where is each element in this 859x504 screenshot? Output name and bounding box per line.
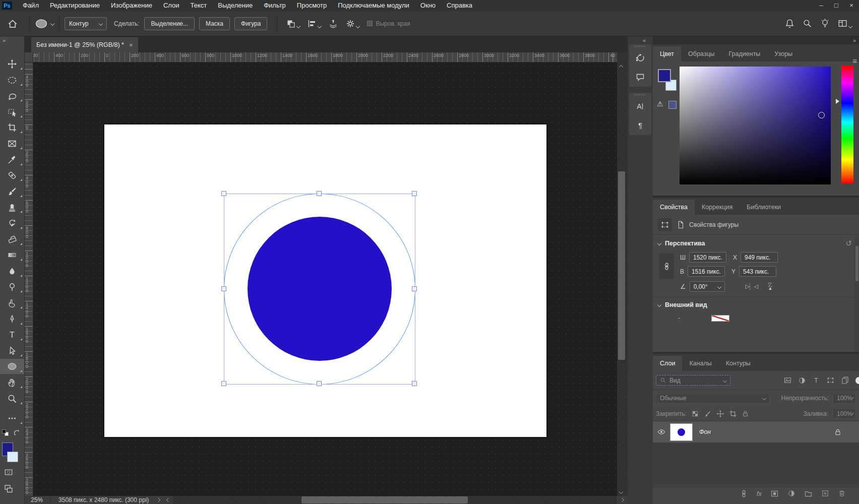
quick-mask-icon[interactable]: [3, 468, 14, 477]
new-group-icon[interactable]: [804, 489, 813, 498]
brush-tool[interactable]: [0, 184, 24, 199]
swap-colors-icon[interactable]: [12, 428, 21, 437]
path-arrangement-button[interactable]: [328, 19, 338, 29]
properties-scrollbar[interactable]: [854, 237, 859, 352]
menu-item[interactable]: Просмотр: [291, 0, 332, 11]
search-icon[interactable]: [802, 18, 813, 29]
discover-bulb-icon[interactable]: [820, 18, 830, 29]
tab-Узоры[interactable]: Узоры: [767, 46, 800, 61]
panel-foreground-swatch[interactable]: [658, 69, 671, 82]
zoom-tool[interactable]: [0, 391, 24, 406]
filter-type-layers-icon[interactable]: [812, 376, 820, 385]
eyedropper-tool[interactable]: [0, 152, 24, 167]
type-tool[interactable]: [0, 327, 24, 342]
opacity-input[interactable]: 100%: [833, 393, 856, 404]
menu-item[interactable]: Фильтр: [258, 0, 291, 11]
perspective-collapse-icon[interactable]: [657, 241, 661, 245]
flip-horizontal-icon2[interactable]: ◁: [754, 283, 757, 290]
transform-handle[interactable]: [317, 381, 322, 386]
transform-handle[interactable]: [221, 381, 226, 386]
default-colors-icon[interactable]: [1, 428, 10, 437]
link-layers-icon[interactable]: [740, 489, 748, 498]
vertical-scrollbar-thumb[interactable]: [618, 171, 625, 360]
toolbox-collapse-icon[interactable]: »: [3, 37, 6, 43]
filter-toggle-icon[interactable]: [855, 377, 859, 384]
add-mask-icon[interactable]: [770, 489, 779, 498]
tab-Слои[interactable]: Слои: [653, 356, 682, 371]
object-selection-tool[interactable]: [0, 104, 24, 119]
color-panel-menu-icon[interactable]: ≡: [852, 56, 857, 65]
menu-item[interactable]: Текст: [185, 0, 213, 11]
lock-position-icon[interactable]: [716, 410, 724, 418]
tab-Библиотеки[interactable]: Библиотеки: [740, 200, 788, 215]
y-input[interactable]: 543 пикс.: [739, 266, 776, 277]
layer-name[interactable]: Фон: [699, 428, 711, 435]
workspace-chooser-icon[interactable]: [837, 18, 852, 29]
ellipsis-tool[interactable]: [0, 411, 24, 426]
path-alignment-button[interactable]: [307, 19, 321, 29]
home-button[interactable]: [7, 18, 18, 29]
move-tool[interactable]: [0, 56, 24, 72]
tab-Каналы[interactable]: Каналы: [682, 356, 718, 371]
gamut-closest-swatch[interactable]: [668, 101, 677, 109]
hand-tool[interactable]: [0, 375, 24, 390]
layer-visibility-eye-icon[interactable]: [653, 427, 670, 436]
comments-panel-icon[interactable]: [629, 68, 651, 87]
zoom-level[interactable]: 25%: [31, 496, 43, 503]
hue-marker-icon[interactable]: [836, 99, 839, 104]
menu-item[interactable]: Выделение: [212, 0, 258, 11]
x-input[interactable]: 949 пикс.: [741, 252, 778, 263]
delete-layer-icon[interactable]: [838, 489, 846, 497]
angle-input[interactable]: 0,00°: [690, 281, 725, 292]
clone-stamp-tool[interactable]: [0, 200, 24, 215]
background-color-swatch[interactable]: [7, 452, 18, 462]
link-dimensions-icon[interactable]: [659, 253, 674, 279]
lock-artboard-icon[interactable]: [729, 410, 737, 418]
menu-item[interactable]: Справка: [441, 0, 478, 11]
screen-mode-icon[interactable]: [3, 484, 15, 494]
make-button[interactable]: Выделение...: [144, 17, 195, 30]
transform-handle[interactable]: [221, 286, 226, 291]
menu-item[interactable]: Подключаемые модули: [332, 0, 415, 11]
tab-Цвет[interactable]: Цвет: [653, 46, 681, 61]
vertical-scrollbar[interactable]: [617, 62, 626, 496]
elliptical-marquee-tool[interactable]: [0, 73, 24, 88]
flip-vertical-icon[interactable]: ▽▲: [768, 283, 772, 290]
history-panel-icon[interactable]: [629, 48, 651, 68]
transform-handle[interactable]: [412, 286, 417, 291]
close-button[interactable]: ×: [844, 0, 859, 11]
document-tab[interactable]: Без имени-1 @ 25% (RGB/8) * ×: [31, 37, 138, 52]
tab-Коррекция[interactable]: Коррекция: [695, 200, 740, 215]
paragraph-panel-icon[interactable]: [629, 116, 651, 135]
smudge-tool[interactable]: [0, 295, 24, 310]
make-button[interactable]: Фигура: [234, 17, 267, 30]
width-input[interactable]: 1520 пикс.: [689, 252, 726, 263]
tab-Свойства[interactable]: Свойства: [653, 200, 695, 215]
status-options-icon[interactable]: [156, 498, 160, 502]
history-brush-tool[interactable]: [0, 216, 24, 231]
healing-brush-tool[interactable]: [0, 168, 24, 183]
new-layer-icon[interactable]: [821, 489, 829, 497]
shape-properties-mode-icon[interactable]: [658, 218, 672, 231]
minimize-button[interactable]: –: [814, 0, 829, 11]
align-edges-checkbox[interactable]: Выров. края: [367, 20, 410, 27]
fill-input[interactable]: 100%: [833, 408, 856, 419]
dodge-tool[interactable]: [0, 279, 24, 294]
color-picker-cursor[interactable]: [818, 112, 825, 118]
reset-icon[interactable]: ↺: [845, 239, 852, 248]
lasso-tool[interactable]: [0, 88, 24, 103]
lock-all-icon[interactable]: [742, 410, 749, 417]
appearance-collapse-icon[interactable]: [657, 303, 661, 307]
blur-tool[interactable]: [0, 264, 24, 279]
transform-handle[interactable]: [412, 191, 417, 196]
current-tool-preset[interactable]: [35, 17, 54, 30]
scroll-left-icon[interactable]: [166, 498, 170, 502]
flip-horizontal-icon[interactable]: ▷: [746, 283, 750, 290]
menu-item[interactable]: Изображение: [105, 0, 158, 11]
layer-style-fx-icon[interactable]: fx: [757, 490, 762, 497]
crop-tool[interactable]: [0, 120, 24, 135]
gradient-tool[interactable]: [0, 247, 24, 263]
canvas-viewport[interactable]: [33, 62, 617, 496]
horizontal-scrollbar[interactable]: [173, 496, 617, 504]
panels-collapse-icon[interactable]: »: [853, 37, 856, 43]
